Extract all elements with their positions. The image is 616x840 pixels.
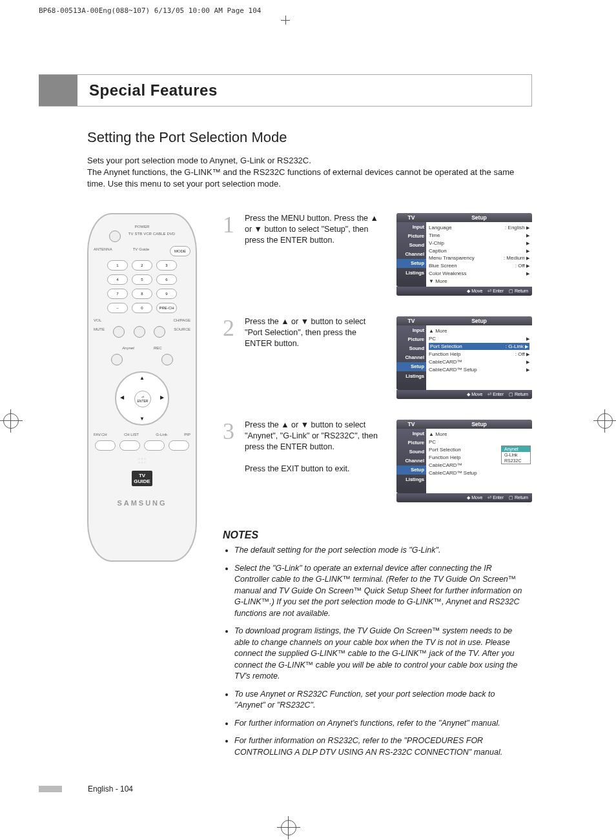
step-number: 3 [223,420,238,504]
brand-logo: SAMSUNG [117,499,167,507]
print-header: BP68-00513A-00Eng(088~107) 6/13/05 10:00… [39,6,261,15]
note-item: Select the "G-Link" to operate an extern… [234,563,526,620]
step-text: Press the ▲ or ▼ button to select "Port … [245,316,390,400]
remote-label: STB [134,232,142,242]
note-item: The default setting for the port selecti… [234,545,526,557]
remote-label: G-Link [156,433,167,436]
page-footer: English - 104 [39,784,133,794]
crop-mark-icon [281,15,290,25]
exit-button-icon [161,354,173,365]
chapter-title: Special Features [89,81,218,99]
note-item: For further information on RS232C, refer… [234,735,526,758]
footer-bar [39,786,62,792]
ch-rocker-icon [154,326,165,338]
intro-line: Sets your port selection mode to Anynet,… [87,156,311,165]
banner-bar [39,75,77,106]
remote-label: TV Guide [133,247,149,256]
remote-label: FAV.CH [94,433,107,436]
step-text: Press the MENU button. Press the ▲ or ▼ … [245,213,390,297]
note-item: To download program listings, the TV Gui… [234,626,526,682]
vol-rocker-icon [113,326,125,338]
step-3: 3 Press the ▲ or ▼ button to select "Any… [223,420,532,504]
remote-label: ANTENNA [94,247,112,256]
remote-label: MUTE [94,327,105,338]
step-text: Press the ▲ or ▼ button to select "Anyne… [245,420,390,504]
remote-label: CH/PAGE [173,318,190,322]
remote-label: POWER [135,225,150,229]
remote-illustration: POWER TV STB VCR CABLE DVD ANTENNA TV Gu… [87,213,197,562]
notes-list: The default setting for the port selecti… [223,545,526,758]
note-item: To use Anynet or RS232C Function, set yo… [234,689,526,712]
step-1: 1 Press the MENU button. Press the ▲ or … [223,213,532,297]
osd-screenshot-3: TVSetup InputPictureSoundChannelSetupLis… [396,420,532,504]
mode-button: MODE [170,246,190,256]
power-icon [109,230,121,242]
remote-label: TV [128,232,134,242]
step-2: 2 Press the ▲ or ▼ button to select "Por… [223,316,532,400]
notes-heading: NOTES [223,529,526,541]
steps-container: 1 Press the MENU button. Press the ▲ or … [223,213,532,523]
remote-label: Anynet [122,346,134,350]
osd-screenshot-2: TVSetup InputPictureSoundChannelSetupLis… [396,316,532,400]
menu-button-icon [111,354,123,365]
registration-mark-icon [3,413,19,429]
ok-icon [134,326,145,338]
remote-label: CABLE [153,232,166,242]
remote-label: PIP [184,433,190,436]
remote-label: CH LIST [124,433,139,436]
tvguide-logo-icon: TVGUIDE [132,471,152,486]
remote-label: VCR [143,232,152,242]
section-title: Setting the Port Selection Mode [87,129,287,146]
nav-pad: ▲ ▼ ◀ ▶ ⏎ENTER [115,371,169,425]
intro-text: Sets your port selection mode to Anynet,… [87,155,532,190]
enter-button: ⏎ENTER [134,391,151,407]
intro-line: The Anynet functions, the G-LINK™ and th… [87,167,514,189]
remote-label: DVD [167,232,176,242]
registration-mark-icon [281,820,296,835]
remote-label: SOURCE [174,327,190,338]
chapter-banner: Special Features [39,74,532,107]
note-item: For further information on Anynet's func… [234,718,526,730]
notes-section: NOTES The default setting for the port s… [223,529,526,764]
osd-screenshot-1: TVSetup InputPictureSoundChannelSetupLis… [396,213,532,297]
step-number: 1 [223,213,238,297]
step-number: 2 [223,316,238,400]
remote-label: REC [154,346,162,350]
registration-mark-icon [597,413,613,429]
page-number: English - 104 [88,784,133,794]
remote-label: VOL [94,318,101,322]
